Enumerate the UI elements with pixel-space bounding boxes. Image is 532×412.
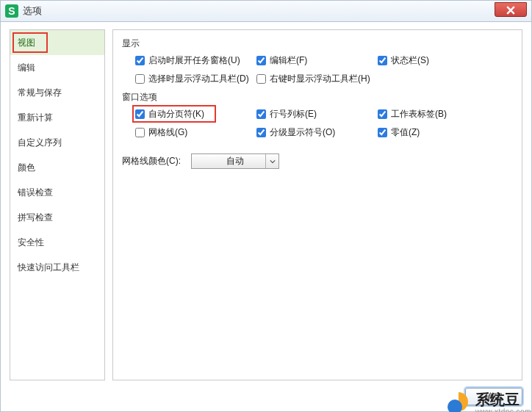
- sidebar-item-label: 安全性: [18, 237, 44, 247]
- section-title-display: 显示: [122, 37, 513, 50]
- checkbox-outline-symbols[interactable]: 分级显示符号(O): [256, 126, 378, 139]
- sidebar-item-color[interactable]: 颜色: [10, 155, 104, 180]
- gridline-color-row: 网格线颜色(C): 自动: [122, 153, 513, 169]
- checkbox-input[interactable]: [256, 128, 266, 137]
- app-icon-letter: S: [8, 5, 15, 17]
- checkbox-startup-taskpane[interactable]: 启动时展开任务窗格(U): [135, 54, 256, 67]
- checkbox-input[interactable]: [135, 128, 145, 137]
- checkbox-gridlines[interactable]: 网格线(G): [135, 126, 256, 139]
- checkbox-label: 右键时显示浮动工具栏(H): [270, 73, 370, 85]
- checkbox-select-float-toolbar[interactable]: 选择时显示浮动工具栏(D): [135, 73, 256, 85]
- sidebar-item-general-save[interactable]: 常规与保存: [10, 80, 104, 105]
- close-icon: [506, 6, 515, 15]
- window-options-row-1: 自动分页符(K) 行号列标(E) 工作表标签(B): [135, 108, 513, 120]
- sidebar-item-label: 快速访问工具栏: [18, 262, 79, 272]
- sidebar-item-quick-access[interactable]: 快速访问工具栏: [10, 255, 104, 280]
- sidebar-item-label: 自定义序列: [18, 137, 62, 148]
- checkbox-label: 启动时展开任务窗格(U): [148, 54, 240, 67]
- checkbox-input[interactable]: [256, 109, 266, 119]
- checkbox-input[interactable]: [378, 109, 387, 119]
- display-row-2: 选择时显示浮动工具栏(D) 右键时显示浮动工具栏(H): [135, 73, 513, 85]
- checkbox-label: 行号列标(E): [270, 108, 317, 120]
- titlebar: S 选项: [0, 0, 532, 22]
- checkbox-status-bar[interactable]: 状态栏(S): [378, 54, 499, 67]
- sidebar-item-view[interactable]: 视图: [10, 30, 104, 55]
- sidebar-item-recalc[interactable]: 重新计算: [10, 105, 104, 130]
- sidebar-item-label: 错误检查: [18, 187, 53, 198]
- checkbox-label: 网格线(G): [148, 126, 187, 139]
- sidebar-item-security[interactable]: 安全性: [10, 230, 104, 255]
- checkbox-label: 编辑栏(F): [270, 54, 307, 67]
- gridline-color-combobox[interactable]: 自动: [191, 153, 279, 169]
- checkbox-label: 选择时显示浮动工具栏(D): [148, 73, 249, 85]
- app-icon: S: [5, 4, 18, 18]
- sidebar-item-label: 拼写检查: [18, 212, 53, 223]
- checkbox-input[interactable]: [135, 74, 145, 84]
- checkbox-rightclick-float-toolbar[interactable]: 右键时显示浮动工具栏(H): [256, 73, 403, 85]
- checkbox-label: 分级显示符号(O): [270, 126, 335, 139]
- window-options-row-2: 网格线(G) 分级显示符号(O) 零值(Z): [135, 126, 513, 139]
- gridline-color-label: 网格线颜色(C):: [122, 155, 181, 167]
- checkbox-zero-values[interactable]: 零值(Z): [378, 126, 499, 139]
- sidebar-item-custom-list[interactable]: 自定义序列: [10, 130, 104, 155]
- checkbox-auto-pagebreak[interactable]: 自动分页符(K): [135, 108, 256, 120]
- button-row: 确定: [461, 388, 522, 405]
- sidebar-item-edit[interactable]: 编辑: [10, 55, 104, 80]
- checkbox-formula-bar[interactable]: 编辑栏(F): [256, 54, 378, 67]
- checkbox-row-col-headers[interactable]: 行号列标(E): [256, 108, 378, 120]
- checkbox-input[interactable]: [256, 74, 266, 84]
- checkbox-label: 状态栏(S): [391, 54, 429, 67]
- button-label: 确定: [485, 391, 503, 402]
- chevron-down-icon: [265, 154, 278, 168]
- sidebar-item-spell-check[interactable]: 拼写检查: [10, 205, 104, 230]
- checkbox-input[interactable]: [135, 109, 145, 119]
- checkbox-label: 零值(Z): [391, 126, 420, 139]
- checkbox-label: 自动分页符(K): [148, 108, 204, 120]
- content-panel: 显示 启动时展开任务窗格(U) 编辑栏(F) 状态栏(S) 选择时显示浮动工具栏…: [112, 29, 522, 380]
- sidebar-item-error-check[interactable]: 错误检查: [10, 180, 104, 205]
- sidebar-item-label: 颜色: [18, 162, 35, 173]
- window-title: 选项: [23, 4, 42, 18]
- sidebar: 视图 编辑 常规与保存 重新计算 自定义序列 颜色 错误检查 拼写检查 安全性 …: [10, 29, 105, 380]
- section-title-window-options: 窗口选项: [122, 91, 513, 104]
- checkbox-input[interactable]: [378, 128, 387, 137]
- watermark-subtext: www.xtdpc.com: [475, 408, 531, 412]
- sidebar-item-label: 视图: [18, 37, 35, 48]
- checkbox-label: 工作表标签(B): [391, 108, 447, 120]
- combobox-value: 自动: [226, 155, 244, 167]
- close-button[interactable]: [495, 2, 527, 17]
- checkbox-sheet-tabs[interactable]: 工作表标签(B): [378, 108, 499, 120]
- sidebar-item-label: 编辑: [18, 62, 35, 73]
- checkbox-input[interactable]: [378, 56, 387, 65]
- checkbox-input[interactable]: [256, 56, 266, 65]
- dialog-frame: 视图 编辑 常规与保存 重新计算 自定义序列 颜色 错误检查 拼写检查 安全性 …: [0, 22, 532, 412]
- checkbox-input[interactable]: [135, 56, 145, 65]
- ok-button[interactable]: 确定: [465, 388, 522, 405]
- sidebar-item-label: 重新计算: [18, 112, 53, 123]
- sidebar-item-label: 常规与保存: [18, 87, 62, 98]
- display-row-1: 启动时展开任务窗格(U) 编辑栏(F) 状态栏(S): [135, 54, 513, 67]
